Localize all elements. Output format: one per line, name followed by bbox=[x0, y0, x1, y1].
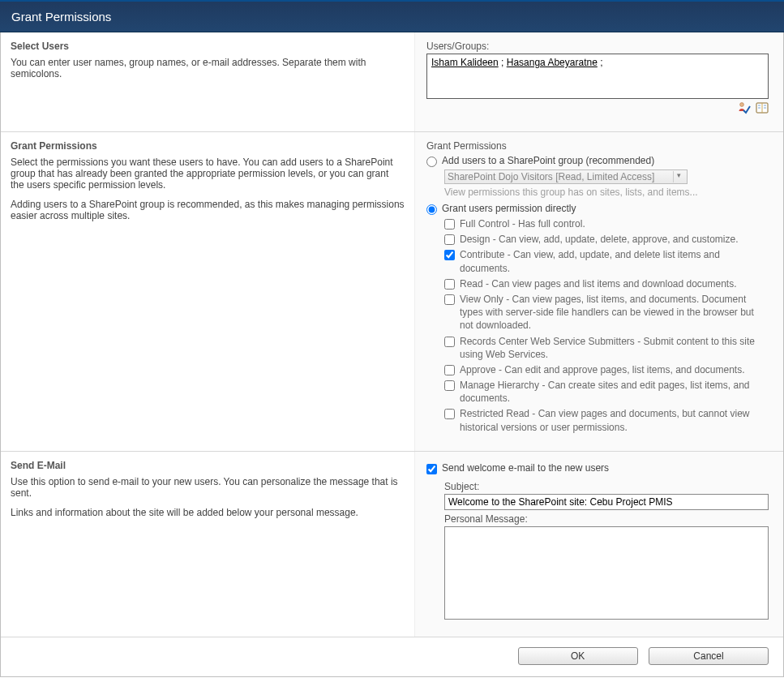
subject-input[interactable] bbox=[444, 494, 769, 510]
chevron-down-icon: ▾ bbox=[673, 171, 684, 182]
email-left: Send E-Mail Use this option to send e-ma… bbox=[1, 452, 414, 637]
welcome-email-label: Send welcome e-mail to the new users bbox=[442, 462, 609, 474]
email-fields: Subject: Personal Message: bbox=[444, 481, 769, 622]
group-select-value: SharePoint Dojo Visitors [Read, Limited … bbox=[448, 171, 654, 182]
perm-row: Restricted Read - Can view pages and doc… bbox=[444, 407, 769, 433]
user-entry: Isham Kalideen bbox=[431, 57, 499, 68]
grant-right-title: Grant Permissions bbox=[426, 140, 769, 152]
svg-point-0 bbox=[739, 103, 743, 107]
grant-desc-1: Select the permissions you want these us… bbox=[11, 157, 405, 191]
perm-approve-checkbox[interactable] bbox=[444, 365, 455, 375]
dialog-body: Select Users You can enter user names, g… bbox=[0, 32, 784, 677]
perm-view-only-checkbox[interactable] bbox=[444, 294, 455, 305]
radio-add-to-group-row: Add users to a SharePoint group (recomme… bbox=[426, 155, 769, 167]
radio-grant-directly-label: Grant users permission directly bbox=[442, 203, 576, 214]
grant-right: Grant Permissions Add users to a SharePo… bbox=[414, 132, 783, 451]
perm-row: Manage Hierarchy - Can create sites and … bbox=[444, 379, 769, 405]
perm-row: Contribute - Can view, add, update, and … bbox=[444, 248, 769, 274]
perm-read-label: Read - Can view pages and list items and… bbox=[460, 277, 737, 290]
perm-row: View Only - Can view pages, list items, … bbox=[444, 293, 769, 332]
users-groups-label: Users/Groups: bbox=[426, 41, 769, 52]
perm-manage-hierarchy-label: Manage Hierarchy - Can create sites and … bbox=[460, 379, 769, 405]
perm-full-control-checkbox[interactable] bbox=[444, 219, 455, 230]
perm-restricted-read-label: Restricted Read - Can view pages and doc… bbox=[460, 407, 769, 433]
perm-read-checkbox[interactable] bbox=[444, 279, 455, 290]
users-groups-input[interactable]: Isham Kalideen ; Hasanga Abeyaratne ; bbox=[426, 54, 769, 99]
select-users-left: Select Users You can enter user names, g… bbox=[1, 32, 414, 131]
welcome-email-row: Send welcome e-mail to the new users bbox=[426, 462, 769, 474]
check-names-icon[interactable] bbox=[738, 101, 751, 117]
perm-contribute-checkbox[interactable] bbox=[444, 250, 455, 260]
select-users-desc: You can enter user names, group names, o… bbox=[11, 57, 405, 79]
perm-approve-label: Approve - Can edit and approve pages, li… bbox=[460, 363, 745, 376]
perm-records-center-checkbox[interactable] bbox=[444, 337, 455, 347]
email-right: Send welcome e-mail to the new users Sub… bbox=[414, 452, 783, 637]
perm-row: Read - Can view pages and list items and… bbox=[444, 277, 769, 290]
section-grant-permissions: Grant Permissions Select the permissions… bbox=[1, 131, 783, 451]
section-select-users: Select Users You can enter user names, g… bbox=[1, 32, 783, 131]
dialog-buttons: OK Cancel bbox=[1, 637, 783, 676]
perm-restricted-read-checkbox[interactable] bbox=[444, 409, 455, 419]
perm-manage-hierarchy-checkbox[interactable] bbox=[444, 380, 455, 391]
radio-add-to-group-label: Add users to a SharePoint group (recomme… bbox=[442, 155, 654, 166]
select-users-title: Select Users bbox=[11, 41, 405, 52]
dialog-title: Grant Permissions bbox=[11, 10, 111, 24]
browse-directory-icon[interactable] bbox=[756, 101, 769, 117]
perm-row: Records Center Web Service Submitters - … bbox=[444, 335, 769, 361]
dialog-header: Grant Permissions bbox=[0, 0, 784, 32]
cancel-button[interactable]: Cancel bbox=[649, 647, 769, 665]
radio-grant-directly[interactable] bbox=[426, 204, 437, 215]
subject-label: Subject: bbox=[444, 481, 769, 492]
grant-desc-2: Adding users to a SharePoint group is re… bbox=[11, 199, 405, 221]
perm-records-center-label: Records Center Web Service Submitters - … bbox=[460, 335, 769, 361]
grant-title: Grant Permissions bbox=[11, 140, 405, 152]
perm-row: Full Control - Has full control. bbox=[444, 217, 769, 230]
personal-message-label: Personal Message: bbox=[444, 513, 769, 525]
section-send-email: Send E-Mail Use this option to send e-ma… bbox=[1, 451, 783, 637]
perm-view-only-label: View Only - Can view pages, list items, … bbox=[460, 293, 769, 332]
email-desc-2: Links and information about the site wil… bbox=[11, 507, 405, 518]
group-select[interactable]: SharePoint Dojo Visitors [Read, Limited … bbox=[444, 169, 688, 184]
perm-full-control-label: Full Control - Has full control. bbox=[460, 217, 585, 230]
ok-button[interactable]: OK bbox=[518, 647, 638, 665]
permission-levels: Full Control - Has full control. Design … bbox=[444, 217, 769, 434]
people-picker-icons bbox=[426, 101, 769, 117]
personal-message-input[interactable] bbox=[444, 526, 769, 620]
email-title: Send E-Mail bbox=[11, 460, 405, 471]
radio-direct-row: Grant users permission directly bbox=[426, 203, 769, 215]
group-permissions-link[interactable]: View permissions this group has on sites… bbox=[444, 187, 769, 198]
user-entry: Hasanga Abeyaratne bbox=[507, 57, 598, 68]
perm-contribute-label: Contribute - Can view, add, update, and … bbox=[460, 248, 769, 274]
perm-row: Approve - Can edit and approve pages, li… bbox=[444, 363, 769, 376]
perm-row: Design - Can view, add, update, delete, … bbox=[444, 233, 769, 246]
grant-left: Grant Permissions Select the permissions… bbox=[1, 132, 414, 451]
perm-design-checkbox[interactable] bbox=[444, 234, 455, 245]
email-desc-1: Use this option to send e-mail to your n… bbox=[11, 476, 405, 499]
welcome-email-checkbox[interactable] bbox=[426, 464, 437, 474]
radio-add-to-group[interactable] bbox=[426, 157, 437, 167]
select-users-right: Users/Groups: Isham Kalideen ; Hasanga A… bbox=[414, 32, 783, 131]
group-select-wrap: SharePoint Dojo Visitors [Read, Limited … bbox=[444, 169, 769, 198]
perm-design-label: Design - Can view, add, update, delete, … bbox=[460, 233, 739, 246]
